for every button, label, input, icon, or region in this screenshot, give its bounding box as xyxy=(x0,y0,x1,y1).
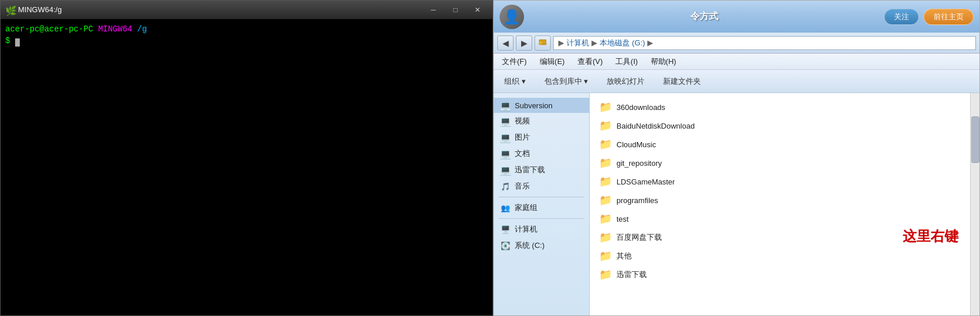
terminal-title-left: 🌿 MINGW64:/g xyxy=(5,5,62,15)
avatar-icon: 👤 xyxy=(503,9,521,25)
path-disk[interactable]: 本地磁盘 (G:) xyxy=(600,38,645,48)
sidebar-label-subversion: Subversion xyxy=(515,101,553,110)
address-bar: ◀ ▶ ▶ 计算机 ▶ 本地磁盘 (G:) ▶ xyxy=(494,33,979,54)
file-name-other: 其他 xyxy=(616,251,632,261)
menu-help[interactable]: 帮助(H) xyxy=(645,55,682,69)
address-path[interactable]: ▶ 计算机 ▶ 本地磁盘 (G:) ▶ xyxy=(553,36,976,50)
close-button[interactable]: ✕ xyxy=(467,3,488,16)
file-item-xunlei[interactable]: 📁 迅雷下载 xyxy=(590,265,970,284)
terminal-cmd: /g xyxy=(137,24,147,34)
svg-rect-2 xyxy=(539,44,547,44)
file-item-baidu-pan[interactable]: 📁 百度网盘下载 xyxy=(590,228,970,247)
terminal-line-2: $ xyxy=(5,35,488,47)
folder-icon-xunlei-dl: 📁 xyxy=(599,268,612,281)
file-item-other[interactable]: 📁 其他 xyxy=(590,247,970,265)
terminal-controls: ─ □ ✕ xyxy=(423,3,488,16)
sidebar-icon-pictures: 💻 xyxy=(500,133,511,142)
sidebar-icon-computer: 🖥️ xyxy=(500,225,511,234)
sidebar-label-computer: 计算机 xyxy=(515,224,537,235)
path-arrow1: ▶ xyxy=(558,38,564,47)
toolbar-library[interactable]: 包含到库中 ▾ xyxy=(540,74,593,89)
folder-icon-test: 📁 xyxy=(599,212,612,225)
menu-file[interactable]: 文件(F) xyxy=(496,55,533,69)
sidebar-label-homegroup: 家庭组 xyxy=(515,203,537,213)
sidebar-item-cdrive[interactable]: 💽 系统 (C:) xyxy=(494,237,589,254)
sidebar-label-music: 音乐 xyxy=(515,181,530,191)
file-name-test: test xyxy=(616,215,629,223)
folder-icon-programfiles: 📁 xyxy=(599,194,612,207)
sidebar-divider-1 xyxy=(498,197,585,197)
follow-button[interactable]: 关注 xyxy=(884,9,919,25)
explorer-topbar: 👤 令方式 关注 前往主页 xyxy=(494,1,979,33)
terminal-prompt: $ xyxy=(5,36,10,45)
sidebar-item-subversion[interactable]: 💻 Subversion xyxy=(494,98,589,113)
sidebar-icon-subversion: 💻 xyxy=(500,101,511,110)
svg-rect-1 xyxy=(539,42,542,45)
sidebar-icon-docs: 💻 xyxy=(500,149,511,158)
file-name-baidu-netdisk: BaiduNetdiskDownload xyxy=(616,122,694,130)
menu-view[interactable]: 查看(V) xyxy=(572,55,608,69)
terminal-titlebar: 🌿 MINGW64:/g ─ □ ✕ xyxy=(1,1,493,19)
terminal-app-icon: 🌿 xyxy=(5,5,15,15)
sidebar-icon-cdrive: 💽 xyxy=(500,241,511,250)
sidebar-divider-2 xyxy=(498,218,585,219)
terminal-window: 🌿 MINGW64:/g ─ □ ✕ acer-pc@acer-pc-PC MI… xyxy=(0,0,493,316)
explorer-main: 💻 Subversion 💻 视频 💻 图片 💻 文档 💻 迅雷下载 🎵 xyxy=(494,93,979,315)
sidebar-item-docs[interactable]: 💻 文档 xyxy=(494,145,589,162)
toolbar-slideshow[interactable]: 放映幻灯片 xyxy=(602,74,649,89)
toolbar-new-folder[interactable]: 新建文件夹 xyxy=(658,74,705,89)
folder-icon-git: 📁 xyxy=(599,157,612,169)
file-item-git[interactable]: 📁 git_repository xyxy=(590,154,970,172)
menu-bar: 文件(F) 编辑(E) 查看(V) 工具(I) 帮助(H) xyxy=(494,54,979,70)
file-name-360downloads: 360downloads xyxy=(616,103,665,112)
sidebar-label-xunlei: 迅雷下载 xyxy=(515,165,545,175)
sidebar-label-video: 视频 xyxy=(515,116,530,126)
sidebar-item-computer[interactable]: 🖥️ 计算机 xyxy=(494,221,589,237)
file-item-cloudmusic[interactable]: 📁 CloudMusic xyxy=(590,135,970,154)
menu-tools[interactable]: 工具(I) xyxy=(610,55,643,69)
minimize-button[interactable]: ─ xyxy=(423,3,444,16)
topbar-title: 令方式 xyxy=(529,10,879,23)
scrollbar[interactable] xyxy=(970,93,979,315)
sidebar: 💻 Subversion 💻 视频 💻 图片 💻 文档 💻 迅雷下载 🎵 xyxy=(494,93,590,315)
file-item-programfiles[interactable]: 📁 programfiles xyxy=(590,191,970,210)
file-item-baidu-netdisk[interactable]: 📁 BaiduNetdiskDownload xyxy=(590,116,970,135)
forward-button[interactable]: ▶ xyxy=(516,35,532,51)
folder-icon-360downloads: 📁 xyxy=(599,101,612,113)
sidebar-label-docs: 文档 xyxy=(515,148,530,159)
folder-icon-ldsgame: 📁 xyxy=(599,175,612,188)
file-item-test[interactable]: 📁 test xyxy=(590,210,970,228)
toolbar-organize[interactable]: 组织 ▾ xyxy=(500,74,530,89)
sidebar-icon-xunlei: 💻 xyxy=(500,165,511,175)
sidebar-item-video[interactable]: 💻 视频 xyxy=(494,113,589,129)
back-button[interactable]: ◀ xyxy=(497,35,514,51)
maximize-button[interactable]: □ xyxy=(445,3,466,16)
sidebar-item-pictures[interactable]: 💻 图片 xyxy=(494,129,589,145)
file-name-cloudmusic: CloudMusic xyxy=(616,140,656,149)
explorer-window: 👤 令方式 关注 前往主页 ◀ ▶ ▶ 计算机 ▶ 本地磁盘 (G:) ▶ 文件… xyxy=(493,0,980,316)
sidebar-item-homegroup[interactable]: 👥 家庭组 xyxy=(494,200,589,216)
toolbar: 组织 ▾ 包含到库中 ▾ 放映幻灯片 新建文件夹 xyxy=(494,70,979,93)
terminal-cursor xyxy=(15,38,20,47)
sidebar-item-music[interactable]: 🎵 音乐 xyxy=(494,178,589,194)
terminal-content: acer-pc@acer-pc-PC MINGW64 /g $ xyxy=(1,19,493,315)
file-name-baidu-pan: 百度网盘下载 xyxy=(616,232,662,243)
file-item-360downloads[interactable]: 📁 360downloads xyxy=(590,98,970,116)
terminal-user: acer-pc@acer-pc-PC xyxy=(5,24,93,34)
sidebar-label-cdrive: 系统 (C:) xyxy=(515,240,544,251)
sidebar-item-xunlei[interactable]: 💻 迅雷下载 xyxy=(494,162,589,178)
scrollbar-thumb[interactable] xyxy=(971,116,979,163)
path-arrow3: ▶ xyxy=(647,38,653,47)
file-item-ldsgame[interactable]: 📁 LDSGameMaster xyxy=(590,172,970,191)
terminal-title-text: MINGW64:/g xyxy=(18,5,62,14)
terminal-dir: MINGW64 xyxy=(98,24,133,34)
file-list: 📁 360downloads 📁 BaiduNetdiskDownload 📁 … xyxy=(590,93,970,315)
path-computer[interactable]: 计算机 xyxy=(566,38,589,48)
menu-edit[interactable]: 编辑(E) xyxy=(534,55,571,69)
file-name-git: git_repository xyxy=(616,159,662,168)
homepage-button[interactable]: 前往主页 xyxy=(924,9,974,25)
sidebar-label-pictures: 图片 xyxy=(515,132,530,143)
path-arrow2: ▶ xyxy=(591,38,597,47)
up-button[interactable] xyxy=(534,35,551,51)
folder-icon-baidu-pan: 📁 xyxy=(599,231,612,244)
